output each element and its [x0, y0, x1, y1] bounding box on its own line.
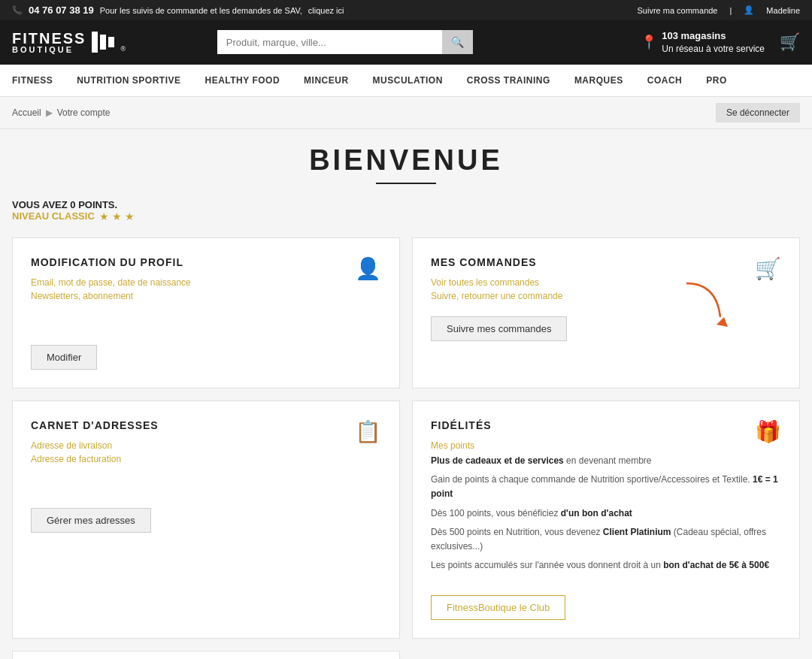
search-button[interactable]: 🔍 [442, 30, 473, 54]
level-text: NIVEAU CLASSIC [12, 210, 95, 222]
svg-marker-0 [717, 317, 728, 327]
fidelite-club-button[interactable]: FitnessBoutique le Club [431, 595, 565, 620]
commandes-link2[interactable]: Suivre, retourner une commande [431, 291, 781, 301]
stores-count: 103 magasins [662, 29, 765, 43]
fidelite-text2: Gain de points à chaque commande de Nutr… [431, 473, 781, 501]
card-adresses: CARNET D'ADRESSES 📋 Adresse de livraison… [12, 401, 400, 639]
fidelite-text5: Les points accumulés sur l'année vous do… [431, 558, 781, 573]
fidelite-text1: Plus de cadeaux et de services en devena… [431, 454, 781, 468]
card-fidelite: FIDÉLITÉS 🎁 Mes points Plus de cadeaux e… [412, 401, 800, 639]
nav-item-musculation[interactable]: MUSCULATION [361, 65, 455, 96]
separator: | [730, 6, 732, 15]
nav-item-healthy[interactable]: HEALTHY FOOD [193, 65, 292, 96]
location-icon: 📍 [641, 34, 657, 50]
phone-icon: 📞 [12, 5, 23, 15]
logo[interactable]: FITNESS BOUTIQUE ® [12, 31, 126, 54]
modifier-button[interactable]: Modifier [31, 345, 97, 370]
phone-number: 04 76 07 38 19 [29, 5, 94, 16]
logo-fitness: FITNESS BOUTIQUE [12, 31, 86, 54]
search-bar: 🔍 [217, 30, 473, 54]
stars: ★ ★ ★ [99, 210, 135, 222]
suivre-commandes-button[interactable]: Suivre mes commandes [431, 316, 567, 341]
track-order-link[interactable]: Suivre ma commande [638, 6, 718, 15]
fidelite-text3: Dès 100 points, vous bénéficiez d'un bon… [431, 506, 781, 521]
welcome-title: BIENVENUE [12, 144, 800, 177]
gift-icon: 🎁 [755, 419, 781, 444]
logo-bars [92, 32, 114, 53]
sav-link[interactable]: cliquez ici [308, 6, 344, 15]
card-fidelite-title: FIDÉLITÉS [431, 419, 781, 431]
address-book-icon: 📋 [355, 419, 381, 444]
profil-link1[interactable]: Email, mot de passe, date de naissance [31, 277, 381, 288]
nav-item-nutrition[interactable]: NUTRITION SPORTIVE [65, 65, 192, 96]
nav-item-fitness[interactable]: FITNESS [0, 65, 65, 96]
main-content: BIENVENUE VOUS AVEZ 0 POINTS. NIVEAU CLA… [0, 129, 812, 659]
user-icon: 👤 [744, 5, 754, 15]
top-bar: 📞 04 76 07 38 19 Pour les suivis de comm… [0, 0, 812, 20]
adresses-link2[interactable]: Adresse de facturation [31, 454, 381, 464]
cart-order-icon: 🛒 [755, 256, 781, 281]
card-profil: MODIFICATION DU PROFIL 👤 Email, mot de p… [12, 237, 400, 388]
cards-grid: MODIFICATION DU PROFIL 👤 Email, mot de p… [12, 237, 800, 659]
fidelite-text4: Dès 500 points en Nutrition, vous devene… [431, 525, 781, 554]
nav-item-minceur[interactable]: MINCEUR [292, 65, 361, 96]
person-icon: 👤 [355, 256, 381, 281]
profil-link2[interactable]: Newsletters, abonnement [31, 291, 381, 301]
card-commandes: MES COMMANDES 🛒 Voir toutes les commande… [412, 237, 800, 388]
logout-button[interactable]: Se déconnecter [716, 103, 800, 122]
stores-sub: Un réseau à votre service [662, 43, 765, 56]
user-link[interactable]: Madeline [766, 6, 800, 15]
breadcrumb-current: Votre compte [57, 107, 111, 118]
breadcrumb: Accueil ▶ Votre compte [12, 107, 110, 118]
card-commandes-title: MES COMMANDES [431, 256, 781, 268]
nav-item-marques[interactable]: MARQUES [562, 65, 635, 96]
logo-reg: ® [120, 45, 126, 53]
header: FITNESS BOUTIQUE ® 🔍 📍 103 magasins Un r… [0, 20, 812, 65]
points-text: VOUS AVEZ 0 POINTS. [12, 199, 800, 210]
commandes-link1[interactable]: Voir toutes les commandes [431, 277, 781, 288]
stores-info: 103 magasins Un réseau à votre service [662, 29, 765, 56]
gerer-adresses-button[interactable]: Gérer mes adresses [31, 508, 151, 533]
welcome-divider [376, 183, 436, 184]
nav-item-cross[interactable]: CROSS TRAINING [455, 65, 562, 96]
breadcrumb-bar: Accueil ▶ Votre compte Se déconnecter [0, 97, 812, 129]
card-adresses-title: CARNET D'ADRESSES [31, 419, 381, 431]
breadcrumb-sep: ▶ [46, 107, 53, 118]
breadcrumb-home[interactable]: Accueil [12, 107, 41, 118]
cart-icon[interactable]: 🛒 [780, 32, 800, 52]
phone-text: Pour les suivis de commande et les deman… [100, 6, 302, 15]
top-bar-left: 📞 04 76 07 38 19 Pour les suivis de comm… [12, 5, 344, 16]
points-section: VOUS AVEZ 0 POINTS. NIVEAU CLASSIC ★ ★ ★ [12, 199, 800, 222]
card-profil-title: MODIFICATION DU PROFIL [31, 256, 381, 268]
nav-item-coach[interactable]: COACH [635, 65, 695, 96]
adresses-link1[interactable]: Adresse de livraison [31, 440, 381, 451]
search-input[interactable] [217, 30, 442, 54]
fidelite-link1[interactable]: Mes points [431, 440, 781, 451]
header-right: 📍 103 magasins Un réseau à votre service… [641, 29, 800, 56]
card-parrainage: PARRAINAGE 👥 Liens de parrainage Suivi d… [12, 651, 400, 659]
nav: FITNESS NUTRITION SPORTIVE HEALTHY FOOD … [0, 65, 812, 97]
nav-item-pro[interactable]: PRO [694, 65, 739, 96]
top-bar-right: Suivre ma commande | 👤 Madeline [638, 5, 801, 15]
